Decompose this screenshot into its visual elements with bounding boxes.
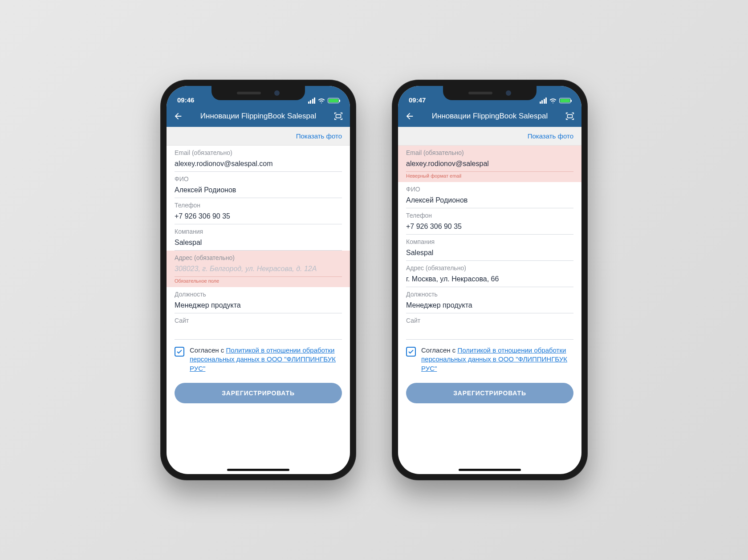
phone-label: Телефон xyxy=(175,202,342,209)
position-label: Должность xyxy=(175,291,342,298)
field-email: Email (обязательно) Неверный формат emai… xyxy=(398,146,581,182)
fio-input[interactable] xyxy=(175,183,342,198)
fio-label: ФИО xyxy=(175,175,342,183)
page-title: Инновации FlippingBook Salespal xyxy=(188,112,329,121)
field-fio: ФИО xyxy=(167,172,350,198)
field-position: Должность xyxy=(398,287,581,313)
sub-toolbar: Показать фото xyxy=(167,127,350,146)
address-label: Адрес (обязательно) xyxy=(175,254,342,261)
site-input[interactable] xyxy=(175,325,342,340)
field-site: Сайт xyxy=(167,313,350,340)
fio-label: ФИО xyxy=(406,186,573,193)
consent-checkbox[interactable] xyxy=(175,347,184,357)
scan-card-icon[interactable] xyxy=(333,111,344,122)
field-company: Компания xyxy=(167,224,350,251)
consent-prefix: Согласен с xyxy=(421,346,457,354)
phone-mockup-left: 09:46 Инновации FlippingBook Salespal По… xyxy=(160,80,356,480)
show-photo-link[interactable]: Показать фото xyxy=(528,132,573,140)
position-input[interactable] xyxy=(175,299,342,313)
phone-notch xyxy=(443,86,537,100)
back-arrow-icon[interactable] xyxy=(173,111,183,122)
form-scroll[interactable]: Email (обязательно) Неверный формат emai… xyxy=(398,146,581,474)
field-phone: Телефон xyxy=(167,198,350,224)
battery-icon xyxy=(328,98,339,103)
field-address: Адрес (обязательно) xyxy=(398,261,581,287)
email-input[interactable] xyxy=(406,157,573,172)
home-indicator xyxy=(459,469,521,471)
site-input[interactable] xyxy=(406,325,573,340)
email-input[interactable] xyxy=(175,157,342,172)
field-position: Должность xyxy=(167,287,350,313)
sub-toolbar: Показать фото xyxy=(398,127,581,146)
field-site: Сайт xyxy=(398,313,581,340)
register-button[interactable]: ЗАРЕГИСТРИРОВАТЬ xyxy=(406,383,573,403)
page-title: Инновации FlippingBook Salespal xyxy=(419,112,560,121)
site-label: Сайт xyxy=(406,317,573,324)
register-button[interactable]: ЗАРЕГИСТРИРОВАТЬ xyxy=(175,383,342,403)
phone-input[interactable] xyxy=(175,210,342,224)
status-time: 09:46 xyxy=(177,96,194,104)
nav-header: Инновации FlippingBook Salespal xyxy=(398,106,581,127)
consent-text: Согласен с Политикой в отношении обработ… xyxy=(421,346,573,373)
company-label: Компания xyxy=(175,228,342,235)
consent-row: Согласен с Политикой в отношении обработ… xyxy=(406,346,573,373)
consent-text: Согласен с Политикой в отношении обработ… xyxy=(190,346,342,373)
wifi-icon xyxy=(549,98,557,103)
site-label: Сайт xyxy=(175,317,342,324)
field-company: Компания xyxy=(398,235,581,261)
address-label: Адрес (обязательно) xyxy=(406,264,573,272)
signal-bars-icon xyxy=(540,97,547,104)
check-icon xyxy=(177,349,182,354)
company-input[interactable] xyxy=(175,236,342,251)
battery-icon xyxy=(559,98,571,103)
phone-input[interactable] xyxy=(406,220,573,235)
nav-header: Инновации FlippingBook Salespal xyxy=(167,106,350,127)
svg-rect-0 xyxy=(336,114,341,118)
consent-checkbox[interactable] xyxy=(406,347,416,357)
consent-row: Согласен с Политикой в отношении обработ… xyxy=(175,346,342,373)
check-icon xyxy=(408,349,414,354)
scan-card-icon[interactable] xyxy=(565,111,575,122)
address-input[interactable] xyxy=(406,272,573,287)
consent-prefix: Согласен с xyxy=(190,346,226,354)
phone-label: Телефон xyxy=(406,212,573,219)
field-address: Адрес (обязательно) Обязательное поле xyxy=(167,251,350,287)
fio-input[interactable] xyxy=(406,194,573,208)
status-time: 09:47 xyxy=(409,96,426,104)
show-photo-link[interactable]: Показать фото xyxy=(296,132,342,140)
phone-mockup-right: 09:47 Инновации FlippingBook Salespal По… xyxy=(392,80,588,480)
address-error: Обязательное поле xyxy=(175,277,342,286)
position-label: Должность xyxy=(406,291,573,298)
address-input[interactable] xyxy=(175,262,342,277)
email-label: Email (обязательно) xyxy=(406,149,573,156)
form-scroll[interactable]: Email (обязательно) ФИО Телефон Компания… xyxy=(167,146,350,474)
field-email: Email (обязательно) xyxy=(167,146,350,172)
field-fio: ФИО xyxy=(398,182,581,208)
home-indicator xyxy=(227,469,289,471)
company-input[interactable] xyxy=(406,246,573,261)
email-error: Неверный формат email xyxy=(406,172,573,181)
field-phone: Телефон xyxy=(398,208,581,235)
company-label: Компания xyxy=(406,238,573,245)
signal-bars-icon xyxy=(308,97,316,104)
phone-notch xyxy=(211,86,305,100)
position-input[interactable] xyxy=(406,299,573,313)
svg-rect-1 xyxy=(568,114,573,118)
wifi-icon xyxy=(318,98,325,103)
email-label: Email (обязательно) xyxy=(175,149,342,156)
back-arrow-icon[interactable] xyxy=(404,111,415,122)
